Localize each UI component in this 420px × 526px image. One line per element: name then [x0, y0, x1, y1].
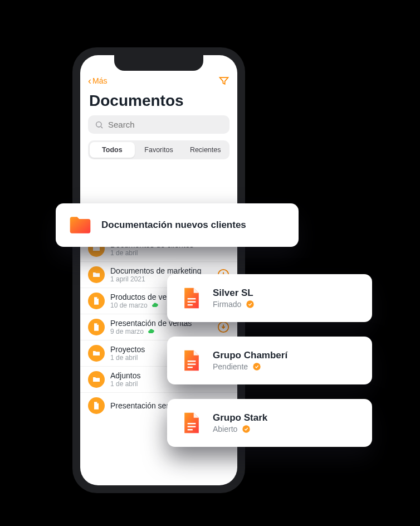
back-button[interactable]: ‹ Más: [88, 76, 107, 86]
folder-card-label: Documentación nuevos clientes: [101, 220, 246, 231]
search-input-container[interactable]: [88, 115, 229, 134]
search-input[interactable]: [108, 120, 223, 129]
filter-icon[interactable]: [218, 75, 229, 86]
folder-icon: [88, 266, 105, 283]
svg-rect-4: [188, 301, 196, 303]
item-subtitle: 1 april 2021: [110, 275, 145, 283]
document-card[interactable]: Grupo Stark Abierto: [167, 399, 372, 447]
folder-icon: [68, 213, 92, 237]
file-icon: [88, 293, 105, 309]
svg-rect-9: [188, 367, 193, 368]
svg-rect-3: [188, 298, 196, 299]
search-icon: [95, 120, 104, 129]
svg-point-14: [243, 425, 250, 432]
folder-card[interactable]: Documentación nuevos clientes: [56, 203, 299, 247]
document-status: Pendiente: [213, 362, 248, 371]
page-title: Documentos: [80, 90, 237, 115]
svg-rect-12: [188, 426, 196, 427]
download-icon[interactable]: [217, 321, 229, 333]
svg-rect-13: [188, 429, 193, 430]
document-icon: [179, 348, 204, 373]
check-badge-icon: [242, 425, 251, 434]
cloud-icon: [151, 301, 159, 309]
cloud-icon: [147, 328, 155, 335]
document-name: Grupo Stark: [213, 412, 267, 423]
svg-rect-5: [188, 304, 193, 305]
document-status: Abierto: [213, 425, 237, 434]
back-label: Más: [92, 76, 107, 85]
file-icon: [88, 397, 105, 414]
item-subtitle: 10 de marzo: [110, 301, 148, 309]
segmented-control: Todos Favoritos Recientes: [88, 140, 229, 159]
check-badge-icon: [252, 362, 261, 371]
chevron-left-icon: ‹: [88, 76, 91, 86]
svg-point-6: [247, 300, 254, 308]
file-icon: [88, 319, 105, 335]
document-card[interactable]: Silver SL Firmado: [167, 274, 372, 322]
document-icon: [179, 286, 204, 310]
document-name: Silver SL: [213, 288, 255, 299]
item-subtitle: 1 de abril: [110, 249, 138, 257]
svg-rect-8: [188, 364, 196, 365]
folder-icon: [88, 371, 105, 388]
item-subtitle: 1 de abril: [110, 354, 138, 362]
tab-all[interactable]: Todos: [90, 142, 135, 158]
svg-rect-11: [188, 423, 196, 424]
tab-favorites[interactable]: Favoritos: [136, 142, 182, 158]
item-subtitle: 1 de abril: [110, 380, 138, 388]
document-icon: [179, 411, 204, 435]
tab-recent[interactable]: Recientes: [183, 142, 228, 158]
document-name: Grupo Chamberí: [213, 350, 287, 361]
document-status: Firmado: [213, 300, 241, 309]
check-badge-icon: [246, 300, 255, 309]
item-subtitle: 9 de marzo: [110, 328, 144, 335]
folder-icon: [88, 345, 105, 362]
svg-point-0: [96, 121, 101, 126]
document-card[interactable]: Grupo Chamberí Pendiente: [167, 337, 372, 384]
phone-notch: [114, 55, 203, 71]
svg-rect-7: [188, 361, 196, 362]
svg-point-10: [253, 363, 260, 370]
